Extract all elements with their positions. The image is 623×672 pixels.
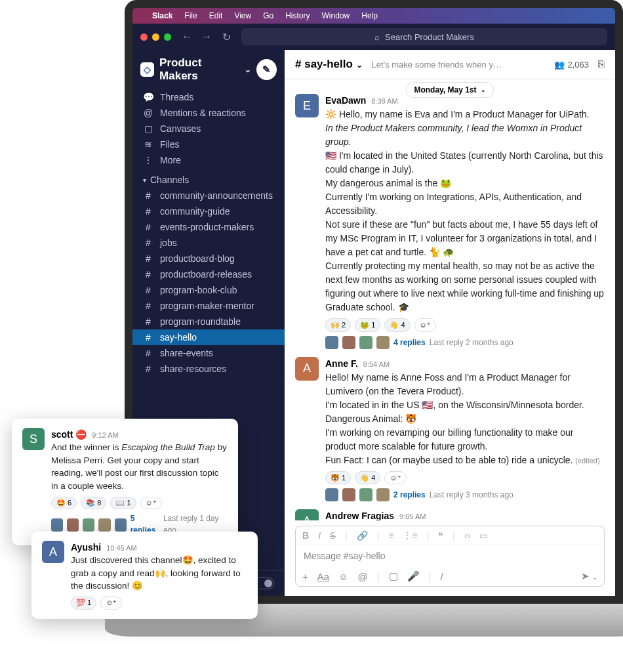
video-icon[interactable]: ▢ [389, 570, 398, 582]
canvas-icon[interactable]: ⎘ [598, 58, 605, 70]
channel-header: # say-hello ⌄ Let's make some friends wh… [285, 50, 615, 79]
codeblock-icon[interactable]: ▭ [479, 530, 488, 541]
reaction[interactable]: 👋 4 [355, 471, 380, 485]
format-icon[interactable]: Aa [317, 571, 329, 582]
floating-message-card: S scott ⛔ 9:12 AM And the winner is Esca… [12, 419, 238, 545]
shortcut-icon[interactable]: / [441, 571, 443, 582]
reaction[interactable]: 📚 8 [81, 497, 106, 510]
reaction[interactable]: 💯 1 [71, 597, 96, 610]
hash-icon: # [143, 269, 153, 280]
message-author[interactable]: Andrew Fragias [325, 509, 394, 520]
menubar-item[interactable]: Go [263, 11, 273, 20]
message-author[interactable]: Anne F. [325, 357, 358, 371]
add-reaction-button[interactable]: ☺⁺ [100, 597, 122, 610]
add-reaction-button[interactable]: ☺⁺ [140, 497, 162, 510]
window-controls[interactable] [140, 33, 171, 41]
add-reaction-button[interactable]: ☺⁺ [414, 318, 436, 332]
message-text: Just discovered this channel🤩, excited t… [71, 554, 247, 593]
bold-icon[interactable]: B [302, 530, 309, 541]
channel-members[interactable]: 👥 2,063 [554, 60, 589, 70]
menubar-item[interactable]: Window [322, 11, 350, 20]
link-icon[interactable]: 🔗 [357, 530, 368, 541]
sidebar-channel[interactable]: #jobs [132, 235, 285, 251]
sidebar-channel[interactable]: #community-announcements [132, 188, 285, 203]
sidebar-item[interactable]: @Mentions & reactions [132, 105, 285, 121]
message-author[interactable]: scott ⛔ [51, 428, 87, 441]
date-divider[interactable]: Monday, May 1st ⌄ [405, 82, 494, 98]
quote-icon[interactable]: ❝ [438, 530, 443, 541]
sidebar-channel[interactable]: #program-maker-mentor [132, 298, 285, 314]
code-icon[interactable]: ‹› [464, 530, 470, 541]
reply-count[interactable]: 4 replies [393, 337, 426, 348]
message-author[interactable]: Ayushi [71, 541, 101, 554]
sidebar-item[interactable]: ▢Canvases [132, 121, 285, 136]
workspace-switcher[interactable]: ◇ Product Makers ⌄ ✎ [132, 50, 285, 89]
compose-button[interactable]: ✎ [256, 59, 277, 80]
ul-icon[interactable]: ⋮≡ [403, 530, 417, 541]
menubar-item[interactable]: History [285, 11, 310, 20]
menubar-item[interactable]: View [234, 11, 251, 20]
channel-name[interactable]: # say-hello ⌄ [295, 58, 363, 71]
avatar[interactable]: A [295, 357, 319, 381]
hash-icon: # [143, 332, 153, 343]
reply-count[interactable]: 2 replies [393, 489, 426, 501]
message-time: 9:05 AM [399, 511, 426, 520]
nav-icon: @ [143, 108, 153, 118]
menubar-item[interactable]: Help [361, 11, 378, 20]
sidebar-channel[interactable]: #productboard-blog [132, 251, 285, 266]
sidebar-item[interactable]: 💬Threads [132, 89, 285, 105]
minimize-icon[interactable] [152, 33, 159, 41]
avatar[interactable]: S [22, 428, 45, 450]
emoji-icon[interactable]: ☺ [338, 571, 348, 582]
sidebar-channel[interactable]: #say-hello [132, 329, 285, 345]
close-icon[interactable] [140, 33, 148, 41]
message: AAndrew Fragias9:05 AM👋 Hi, my name is A… [285, 505, 615, 520]
message-composer[interactable]: B I S̶ | 🔗 | ≡ ⋮≡ | ❝ | ‹› ▭ Messa [295, 526, 605, 587]
mention-icon[interactable]: @ [357, 571, 367, 582]
sidebar-channel[interactable]: #share-resources [132, 361, 285, 377]
add-reaction-button[interactable]: ☺⁺ [384, 471, 406, 485]
sidebar-item-label: More [160, 155, 181, 165]
sidebar-channel[interactable]: #community-guide [132, 203, 285, 219]
menubar-item[interactable]: Edit [209, 11, 223, 20]
menubar-item[interactable]: File [184, 11, 197, 20]
avatar[interactable]: A [295, 509, 319, 520]
strike-icon[interactable]: S̶ [330, 530, 336, 541]
sidebar-channel[interactable]: #program-roundtable [132, 314, 285, 329]
maximize-icon[interactable] [164, 33, 171, 41]
italic-icon[interactable]: I [318, 530, 321, 541]
sidebar-channel[interactable]: #productboard-releases [132, 266, 285, 282]
channel-topic[interactable]: Let's make some friends when y… [372, 60, 546, 70]
avatar[interactable]: E [295, 94, 319, 117]
composer-input[interactable]: Message #say-hello [296, 545, 604, 566]
chevron-down-icon: ⌄ [481, 87, 486, 93]
composer-actions: + Aa ☺ @ | ▢ 🎤 | / ➤ ⌄ [296, 566, 604, 586]
nav-forward-icon[interactable]: → [201, 31, 212, 43]
sidebar-item-label: Mentions & reactions [160, 108, 246, 118]
reaction[interactable]: 📖 1 [110, 497, 136, 510]
nav-back-icon[interactable]: ← [182, 31, 192, 43]
send-button[interactable]: ➤ ⌄ [581, 570, 597, 582]
reply-time: Last reply 2 months ago [430, 337, 513, 348]
menubar-app[interactable]: Slack [152, 11, 172, 20]
reaction[interactable]: 🤩 6 [51, 497, 77, 510]
reaction[interactable]: 🐸 1 [355, 318, 380, 332]
reaction[interactable]: 🐯 1 [325, 471, 351, 485]
reaction[interactable]: 🙌 2 [325, 318, 351, 332]
nav-icon: 💬 [143, 92, 153, 102]
search-input[interactable]: ⌕ Search Product Makers [241, 28, 607, 45]
audio-icon[interactable]: 🎤 [407, 570, 420, 582]
reaction[interactable]: 👋 4 [384, 318, 410, 332]
chevron-down-icon: ⌄ [356, 60, 363, 70]
attach-icon[interactable]: + [302, 571, 308, 582]
message-author[interactable]: EvaDawn [325, 94, 366, 108]
sidebar-channel[interactable]: #events-product-makers [132, 219, 285, 235]
sidebar-item[interactable]: ⋮More [132, 152, 285, 168]
ol-icon[interactable]: ≡ [388, 530, 393, 541]
sidebar-section-channels[interactable]: ▾ Channels [132, 168, 285, 188]
sidebar-channel[interactable]: #share-events [132, 345, 285, 361]
avatar[interactable]: A [42, 541, 64, 563]
history-icon[interactable]: ↻ [222, 31, 231, 43]
sidebar-item[interactable]: ≋Files [132, 136, 285, 152]
sidebar-channel[interactable]: #program-book-club [132, 282, 285, 298]
